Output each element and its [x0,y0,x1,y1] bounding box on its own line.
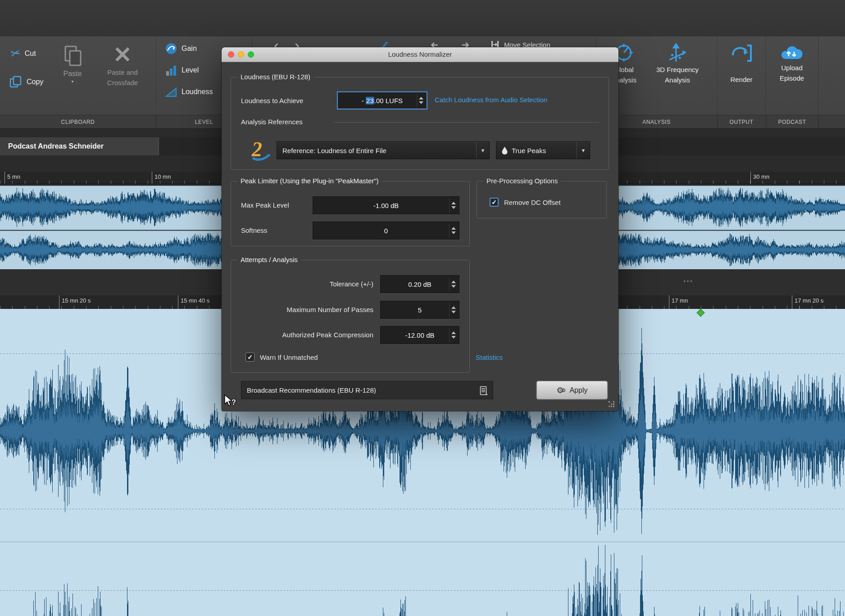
paste-crossfade-button[interactable]: ✕ Paste and Crossfade [101,44,144,87]
loudness-stepper[interactable] [417,94,425,107]
check-icon: ✓ [491,199,497,206]
loudness-button[interactable]: Loudness [165,86,213,98]
upload-episode-button[interactable]: Upload Episode [771,42,813,82]
true-peaks-dropdown-value: True Peaks [512,147,546,154]
paste-menu-arrow-icon[interactable]: ▼ [71,80,74,84]
ruler-label: 30 mn [750,172,769,184]
max-peak-field[interactable]: -1.00 dB [313,196,459,214]
passes-label: Maximum Number of Passes [240,306,373,313]
tolerance-label: Tolerance (+/-) [240,280,373,288]
softness-field[interactable]: 0 [313,222,459,240]
cut-button[interactable]: ✂ Cut [11,46,36,60]
softness-value: 0 [384,227,388,235]
render-button[interactable]: Render [723,43,759,84]
gain-icon [165,42,177,55]
reference-dropdown-value: Reference: Loudness of Entire File [282,147,386,154]
ribbon-divider [818,36,819,115]
remove-dc-offset-checkbox[interactable]: ✓ [490,198,499,207]
paste-crossfade-label-1: Paste and [107,68,138,77]
paste-label: Paste [64,70,82,78]
softness-label: Softness [241,226,267,234]
passes-value: 5 [418,306,422,314]
preset-button[interactable]: Broadcast Recommendations (EBU R-128) [241,381,493,399]
gain-button[interactable]: Gain [165,42,197,55]
paste-button[interactable]: Paste ▼ [57,44,88,84]
ribbon-divider [717,36,718,115]
max-peak-stepper[interactable] [449,198,458,213]
freq-3d-label-2: Analysis [665,76,690,84]
ruler-label: 10 mn [152,172,171,184]
loudness-label: Loudness [182,88,213,96]
droplet-icon [502,147,508,154]
dialog-title: Loudness Normalizer [222,47,618,62]
window-top-strip [0,0,845,37]
overflow-indicator: ⋯ [683,275,694,287]
compression-value: -12.00 dB [405,331,434,339]
loudness-value-selected: 23 [366,97,374,104]
level-button[interactable]: Level [165,64,199,77]
analysis-references-rule [334,122,599,122]
level-icon [165,64,177,77]
catch-loudness-link[interactable]: Catch Loudness from Audio Selection [435,96,547,104]
section-clipboard: CLIPBOARD [0,115,156,128]
gears-icon: ⚙⚙ [557,386,566,394]
section-output: OUTPUT [717,115,766,128]
section-podcast: PODCAST [766,115,819,128]
tolerance-stepper[interactable] [449,277,458,291]
apply-button[interactable]: ⚙⚙ Apply [536,381,608,399]
copy-icon [9,75,23,89]
dropdown-arrow-icon: ▼ [476,142,489,159]
minimize-button[interactable] [238,51,244,58]
copy-button[interactable]: Copy [9,75,43,89]
preset-button-label: Broadcast Recommendations (EBU R-128) [247,386,376,394]
ruler-label: 15 mn 20 s [59,295,91,309]
statistics-link[interactable]: Statistics [476,353,503,361]
ruler-label: 17 mn [669,295,688,309]
true-peaks-dropdown[interactable]: True Peaks ▼ [496,141,590,159]
dropdown-arrow-icon: ▼ [577,142,590,159]
remove-dc-offset-label: Remove DC Offset [504,199,561,206]
dialog-titlebar[interactable]: Loudness Normalizer [222,47,618,62]
resize-grip[interactable] [609,401,615,408]
max-peak-label: Max Peak Level [241,201,289,209]
passes-stepper[interactable] [449,303,458,317]
freq-3d-label-1: 3D Frequency [656,65,699,74]
softness-stepper[interactable] [449,223,458,238]
loudness-icon [165,86,177,98]
tab-podcast[interactable]: Podcast Andreas Schneider [0,137,159,155]
scissors-icon: ✂ [9,45,22,61]
upload-cloud-icon [780,42,804,62]
loudness-normalizer-dialog: Loudness Normalizer Loudness (EBU R-128)… [222,47,618,411]
paste-icon [63,44,82,68]
loudness-group-title: Loudness (EBU R-128) [237,73,313,81]
max-peak-value: -1.00 dB [373,202,399,209]
cut-label: Cut [25,50,36,58]
peak-limiter-group-title: Peak Limiter (Using the Plug-in "PeakMas… [237,177,382,185]
compression-stepper[interactable] [449,328,458,342]
paste-crossfade-label-2: Crossfade [107,78,138,87]
close-button[interactable] [228,51,234,58]
render-icon [730,43,753,63]
apply-button-label: Apply [569,386,587,394]
loudness-value-field[interactable]: - 23.00 LUFS [337,91,427,109]
compression-label: Authorized Peak Compression [240,331,373,339]
passes-field[interactable]: 5 [380,301,459,319]
tolerance-value: 0.20 dB [408,281,432,288]
preset-menu-icon [479,385,489,396]
warn-if-unmatched-label: Warn If Unmatched [260,353,318,361]
preprocess-group-title: Pre-Processing Options [483,177,561,185]
compression-field[interactable]: -12.00 dB [380,326,459,344]
render-label: Render [730,75,752,84]
level-label: Level [182,66,199,74]
freq-3d-analysis-button[interactable]: 3D Frequency Analysis [653,42,702,84]
gain-label: Gain [182,45,197,53]
upload-label-1: Upload [781,63,803,72]
zoom-button[interactable] [248,51,254,58]
tolerance-field[interactable]: 0.20 dB [380,275,459,293]
cursor-help-glyph: ? [232,399,236,407]
attempts-group-title: Attempts / Analysis [237,256,301,263]
ruler-label: 17 mn 20 s [792,295,823,309]
loudness-value-prefix: - [362,97,366,104]
warn-if-unmatched-checkbox[interactable]: ✓ [245,353,254,362]
reference-dropdown[interactable]: Reference: Loudness of Entire File ▼ [277,141,490,159]
